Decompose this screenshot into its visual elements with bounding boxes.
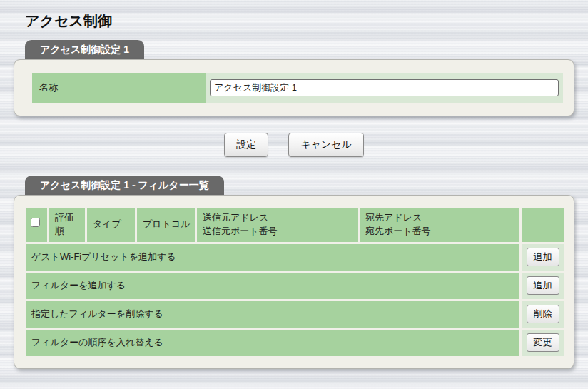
column-header-source: 送信元アドレス 送信元ポート番号: [197, 208, 358, 242]
filter-list-panel: 評価順 タイプ プロトコル 送信元アドレス 送信元ポート番号 宛先アドレス 宛先…: [14, 195, 574, 369]
submit-button[interactable]: 設定: [224, 133, 268, 157]
add-filter-button[interactable]: 追加: [527, 276, 559, 295]
row-action-cell: 削除: [522, 301, 564, 328]
row-label-reorder-filter: フィルターの順序を入れ替える: [26, 330, 519, 356]
table-row-add-filter: フィルターを追加する 追加: [26, 273, 564, 299]
setting-panel: 名称: [14, 59, 574, 116]
name-form-row: 名称: [32, 73, 563, 103]
name-input[interactable]: [210, 79, 559, 96]
filter-table-header-row: 評価順 タイプ プロトコル 送信元アドレス 送信元ポート番号 宛先アドレス 宛先…: [26, 208, 564, 242]
table-row-delete-filter: 指定したフィルターを削除する 削除: [26, 301, 564, 328]
cancel-button[interactable]: キャンセル: [288, 133, 364, 157]
row-label-add-filter: フィルターを追加する: [26, 273, 519, 299]
add-guest-preset-button[interactable]: 追加: [527, 248, 559, 266]
section-tab-filter-list: アクセス制御設定 1 - フィルター一覧: [25, 176, 224, 196]
table-row-add-guest-preset: ゲストWi-Fiプリセットを追加する 追加: [26, 244, 564, 271]
table-row-reorder-filter: フィルターの順序を入れ替える 変更: [26, 330, 564, 356]
row-label-add-guest-preset: ゲストWi-Fiプリセットを追加する: [26, 244, 519, 271]
column-header-type: タイプ: [87, 208, 135, 242]
column-header-protocol: プロトコル: [137, 208, 195, 242]
source-address-label: 送信元アドレス: [203, 212, 268, 223]
source-port-label: 送信元ポート番号: [203, 226, 278, 236]
name-label: 名称: [32, 73, 206, 103]
dest-port-label: 宛先ポート番号: [365, 226, 431, 236]
section-tab-setting: アクセス制御設定 1: [25, 40, 144, 61]
column-header-destination: 宛先アドレス 宛先ポート番号: [360, 208, 519, 242]
row-action-cell: 追加: [522, 273, 564, 299]
filter-table: 評価順 タイプ プロトコル 送信元アドレス 送信元ポート番号 宛先アドレス 宛先…: [24, 206, 566, 358]
delete-filter-button[interactable]: 削除: [527, 305, 559, 323]
row-label-delete-filter: 指定したフィルターを削除する: [26, 301, 519, 328]
page-title: アクセス制御: [25, 11, 588, 31]
column-header-checkbox: [26, 208, 47, 242]
dest-address-label: 宛先アドレス: [365, 212, 422, 223]
row-action-cell: 追加: [522, 244, 564, 271]
action-button-bar: 設定 キャンセル: [0, 133, 588, 157]
reorder-filter-button[interactable]: 変更: [527, 333, 559, 352]
section-access-control-setting: アクセス制御設定 1 名称: [14, 39, 574, 116]
select-all-checkbox[interactable]: [31, 218, 40, 227]
section-filter-list: アクセス制御設定 1 - フィルター一覧 評価順 タイプ プロトコル 送信元アド…: [14, 175, 574, 369]
row-action-cell: 変更: [522, 330, 564, 356]
column-header-order: 評価順: [49, 208, 85, 242]
name-value-cell: [206, 73, 563, 103]
column-header-action: [522, 208, 564, 242]
